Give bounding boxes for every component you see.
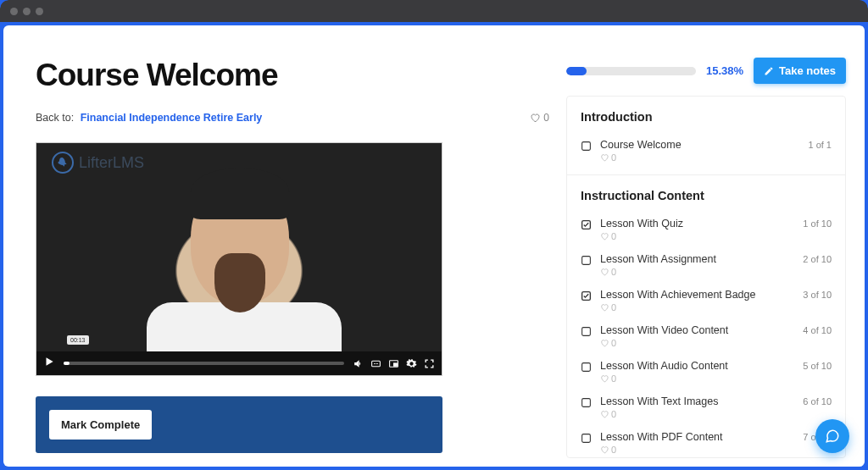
video-thumbnail-beard <box>214 253 265 312</box>
rocket-icon <box>52 152 74 174</box>
lesson-like[interactable]: 0 <box>600 231 832 241</box>
lesson-title[interactable]: Lesson With PDF Content <box>600 431 794 443</box>
side-column: 15.38% Take notes IntroductionCourse Wel… <box>566 25 865 467</box>
lesson-like[interactable]: 0 <box>600 267 832 277</box>
lesson-like[interactable]: 0 <box>600 338 832 348</box>
progress-percent: 15.38% <box>706 64 743 77</box>
pencil-icon <box>764 66 774 76</box>
checkbox-icon[interactable] <box>581 290 592 301</box>
window-dot <box>10 8 18 15</box>
progress-row: 15.38% Take notes <box>566 58 846 84</box>
lesson-item[interactable]: Lesson With Text Images6 of 100 <box>567 390 845 426</box>
breadcrumb-row: Back to: Financial Independence Retire E… <box>36 112 549 124</box>
svg-rect-9 <box>582 398 591 406</box>
svg-rect-10 <box>582 434 591 442</box>
lesson-like-count: 0 <box>611 373 616 384</box>
svg-rect-8 <box>582 362 591 371</box>
take-notes-button[interactable]: Take notes <box>754 58 846 84</box>
lesson-title[interactable]: Lesson With Video Content <box>600 324 794 336</box>
main-column: Course Welcome Back to: Financial Indepe… <box>3 25 566 467</box>
lesson-item[interactable]: Course Welcome1 of 10 <box>567 134 845 169</box>
lesson-progress-count: 5 of 10 <box>803 361 832 371</box>
svg-rect-3 <box>582 141 591 150</box>
lesson-like[interactable]: 0 <box>600 445 832 455</box>
lesson-item[interactable]: Lesson With Achievement Badge3 of 100 <box>567 284 845 319</box>
lesson-like-count: 0 <box>611 231 616 241</box>
lesson-progress-count: 6 of 10 <box>803 396 832 406</box>
checkbox-icon[interactable] <box>581 325 592 336</box>
lesson-like[interactable]: 0 <box>600 373 832 384</box>
lesson-progress-count: 3 of 10 <box>803 290 832 300</box>
lesson-title[interactable]: Lesson With Audio Content <box>600 360 794 372</box>
checkbox-icon[interactable] <box>581 361 592 372</box>
play-button[interactable] <box>43 356 55 371</box>
lesson-like-count: 0 <box>611 409 616 419</box>
fullscreen-icon[interactable] <box>424 358 435 369</box>
lesson-progress-count: 1 of 1 <box>808 140 832 150</box>
settings-gear-icon[interactable] <box>406 358 417 369</box>
lesson-title[interactable]: Lesson With Text Images <box>600 395 794 407</box>
window-dot <box>36 8 43 15</box>
lesson-like[interactable]: 0 <box>600 302 832 312</box>
lesson-item[interactable]: Lesson With Quiz1 of 100 <box>567 213 845 248</box>
lesson-like[interactable]: 0 <box>600 152 832 163</box>
lesson-like[interactable]: 0 <box>530 112 549 124</box>
video-thumbnail-cap <box>191 169 289 219</box>
checkbox-icon[interactable] <box>581 396 592 407</box>
lesson-like-count: 0 <box>611 152 616 163</box>
section-title: Instructional Content <box>567 175 845 213</box>
section-title: Introduction <box>567 97 845 134</box>
back-to-course-link[interactable]: Financial Independence Retire Early <box>81 112 263 124</box>
window-dot <box>23 8 31 15</box>
help-chat-button[interactable] <box>815 419 849 453</box>
lesson-title[interactable]: Lesson With Quiz <box>600 218 794 229</box>
complete-bar: Mark Complete <box>36 396 442 453</box>
checkbox-icon[interactable] <box>581 254 592 265</box>
lesson-progress-count: 2 of 10 <box>803 254 832 264</box>
chat-bubble-icon <box>825 429 840 444</box>
like-count: 0 <box>543 112 549 124</box>
lesson-progress-count: 1 of 10 <box>803 218 832 229</box>
checkbox-icon[interactable] <box>581 140 592 151</box>
lesson-item[interactable]: Lesson With Audio Content5 of 100 <box>567 355 845 390</box>
lesson-title[interactable]: Course Welcome <box>600 139 799 151</box>
video-brand-overlay: LifterLMS <box>52 152 144 174</box>
svg-rect-0 <box>372 361 381 367</box>
video-controls <box>36 351 442 375</box>
lesson-item[interactable]: Lesson With Video Content4 of 100 <box>567 319 845 355</box>
lesson-like[interactable]: 0 <box>600 409 832 419</box>
lesson-like-count: 0 <box>611 445 616 455</box>
video-scrubber-fill <box>64 362 70 365</box>
lesson-like-count: 0 <box>611 267 616 277</box>
back-label: Back to: <box>36 112 74 124</box>
svg-rect-5 <box>582 256 591 264</box>
video-time-badge: 00:13 <box>67 335 89 345</box>
svg-rect-7 <box>582 327 591 335</box>
video-brand-text: LifterLMS <box>79 154 144 172</box>
svg-rect-2 <box>394 362 398 365</box>
browser-titlebar <box>0 0 868 22</box>
lesson-like-count: 0 <box>611 302 616 312</box>
lesson-progress-count: 4 of 10 <box>803 325 832 335</box>
lesson-like-count: 0 <box>611 338 616 348</box>
captions-icon[interactable] <box>370 358 381 369</box>
syllabus-panel[interactable]: IntroductionCourse Welcome1 of 10Instruc… <box>566 96 846 458</box>
page-surface: Course Welcome Back to: Financial Indepe… <box>3 25 865 467</box>
heart-icon <box>530 113 540 123</box>
progress-fill <box>566 67 587 75</box>
page-title: Course Welcome <box>36 58 549 93</box>
mark-complete-button[interactable]: Mark Complete <box>49 410 152 440</box>
checkbox-icon[interactable] <box>581 432 592 443</box>
video-scrubber[interactable] <box>64 362 344 365</box>
lesson-title[interactable]: Lesson With Assignment <box>600 253 794 265</box>
lesson-title[interactable]: Lesson With Achievement Badge <box>600 289 794 301</box>
pip-icon[interactable] <box>388 358 399 369</box>
video-player[interactable]: LifterLMS 00:13 <box>36 142 442 376</box>
checkbox-icon[interactable] <box>581 218 592 229</box>
lesson-item[interactable]: Lesson With PDF Content7 of 100 <box>567 426 845 458</box>
lesson-item[interactable]: Lesson With Assignment2 of 100 <box>567 248 845 284</box>
progress-bar <box>566 67 696 75</box>
take-notes-label: Take notes <box>779 64 836 77</box>
volume-icon[interactable] <box>353 358 364 369</box>
